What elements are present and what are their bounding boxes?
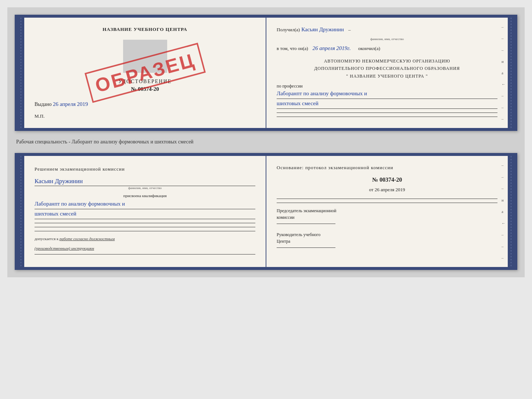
bottom-document: Решением экзаменационной комиссии Касьян…: [15, 153, 517, 270]
rukovoditel-line2: Центра: [277, 238, 497, 245]
poluchil-label: Получил(а): [277, 27, 300, 33]
vtom-line: в том, что он(а) 26 апреля 2019г. окончи…: [277, 45, 497, 51]
bottom-spine-left: [18, 156, 24, 267]
cert-number: № 00374-20: [35, 86, 255, 92]
dopusk-line: допускается к работе согласно должностны…: [35, 236, 255, 241]
spine-line-right: [511, 18, 511, 128]
bottom-right-line2: [277, 203, 497, 203]
ot-prefix: от: [369, 187, 373, 192]
block-line2: ДОПОЛНИТЕЛЬНОГО ПРОФЕССИОНАЛЬНОГО ОБРАЗО…: [277, 65, 497, 72]
bottom-spine-line-right: [511, 156, 511, 267]
block-line3: " НАЗВАНИЕ УЧЕБНОГО ЦЕНТРА ": [277, 72, 497, 80]
po-professii-label: по профессии: [277, 83, 497, 89]
poluchil-line: Получил(а) Касьян Дружинин –: [277, 26, 497, 33]
spine-right: [508, 18, 514, 128]
cert-mp: М.П.: [35, 113, 255, 119]
chairman-line2: комиссии: [277, 214, 497, 221]
protocol-number: № 00374-20: [277, 177, 497, 183]
cert-udostoverenie-label: УДОСТОВЕРЕНИЕ: [35, 79, 255, 85]
bottom-line-2: [35, 227, 255, 227]
vydano-date: 26 апреля 2019: [53, 101, 88, 107]
kvalif-label: присвоена квалификация: [35, 193, 255, 198]
bottom-doc-left: Решением экзаменационной комиссии Касьян…: [24, 156, 266, 267]
bottom-fio-section: Касьян Дружинин фамилия, имя, отчество: [35, 178, 255, 190]
dopusk-italic2: (производственным) инструкциям: [35, 246, 94, 250]
dopusk-line2: (производственным) инструкциям: [35, 246, 255, 250]
bottom-line-4: [35, 254, 255, 254]
fio-handwritten: Касьян Дружинин: [301, 26, 344, 33]
top-doc-right: Получил(а) Касьян Дружинин – фамилия, им…: [266, 18, 508, 128]
chairman-label: Председатель экзаменационной комиссии: [277, 207, 497, 221]
ot-date-val: 26 апреля 2019: [375, 187, 405, 192]
spine-left: [18, 18, 24, 128]
bottom-doc-right: Основание: протокол экзаменационной коми…: [266, 156, 508, 267]
bottom-profession1: Лаборанпт по анализу формовочных и: [35, 199, 255, 208]
bottom-right-side-marks: –––иа←–––: [502, 156, 506, 267]
cert-photo-placeholder: [123, 40, 167, 73]
profession-handwritten2: шихтовых смесей: [277, 99, 497, 108]
okonchil-label: окончил(а): [358, 46, 380, 51]
chairman-line1: Председатель экзаменационной: [277, 207, 497, 214]
bottom-spine-right: [508, 156, 514, 267]
bottom-right-line1: [277, 199, 497, 199]
bottom-line-1: [35, 223, 255, 223]
dopusk-italic: работе согласно должностным: [60, 236, 115, 241]
right-side-marks: –––иа←–––: [502, 18, 506, 128]
rukovoditel-section: Руководитель учебного Центра: [277, 231, 497, 248]
page-wrapper: НАЗВАНИЕ УЧЕБНОГО ЦЕНТРА УДОСТОВЕРЕНИЕ №…: [7, 7, 525, 277]
bottom-profession2: шихтовых смесей: [35, 209, 255, 218]
rukovoditel-line1: Руководитель учебного: [277, 231, 497, 238]
decision-title: Решением экзаменационной комиссии: [35, 165, 255, 173]
cert-title: НАЗВАНИЕ УЧЕБНОГО ЦЕНТРА: [35, 26, 255, 32]
bottom-spine-line-left: [21, 156, 21, 267]
chairman-sig-line: [277, 224, 335, 224]
vtom-date: 26 апреля 2019г.: [313, 45, 351, 51]
block-center: АВТОНОМНУЮ НЕКОММЕРЧЕСКУЮ ОРГАНИЗАЦИЮ ДО…: [277, 57, 497, 80]
spine-line-left: [21, 18, 21, 128]
bottom-fio-sublabel: фамилия, имя, отчество: [35, 186, 255, 190]
separator-text: Рабочая специальность - Лаборант по анал…: [15, 137, 517, 147]
bottom-line-3: [35, 231, 255, 231]
rukovoditel-label: Руководитель учебного Центра: [277, 231, 497, 245]
rukovoditel-sig-line: [277, 247, 335, 248]
top-doc-left: НАЗВАНИЕ УЧЕБНОГО ЦЕНТРА УДОСТОВЕРЕНИЕ №…: [24, 18, 266, 128]
top-document: НАЗВАНИЕ УЧЕБНОГО ЦЕНТРА УДОСТОВЕРЕНИЕ №…: [15, 15, 517, 131]
dopusk-prefix: допускается к: [35, 236, 58, 241]
fio-sublabel: фамилия, имя, отчество: [370, 37, 404, 41]
block-line1: АВТОНОМНУЮ НЕКОММЕРЧЕСКУЮ ОРГАНИЗАЦИЮ: [277, 57, 497, 65]
vydano-label: Выдано: [35, 101, 52, 107]
vtom-prefix: в том, что он(а): [277, 46, 308, 51]
profession-handwritten1: Лаборанпт по анализу формовочных и: [277, 89, 497, 98]
bottom-fio-handwritten: Касьян Дружинин: [35, 178, 83, 185]
osnov-title: Основание: протокол экзаменационной коми…: [277, 165, 497, 171]
ot-date: от 26 апреля 2019: [277, 187, 497, 193]
cert-vydano: Выдано 26 апреля 2019: [35, 101, 255, 107]
